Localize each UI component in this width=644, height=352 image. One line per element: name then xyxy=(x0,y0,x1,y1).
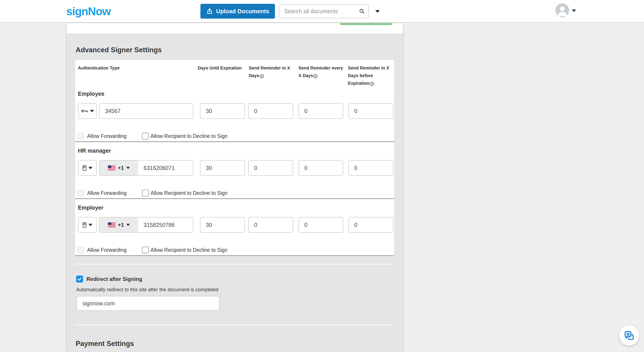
allow-forwarding-checkbox[interactable] xyxy=(78,133,84,139)
allow-decline-checkbox[interactable] xyxy=(142,247,149,253)
phone-number-input[interactable] xyxy=(138,160,193,175)
help-icon[interactable]: ? xyxy=(260,74,264,78)
send-reminder-in-x-days-input[interactable] xyxy=(248,217,293,233)
checkmark-icon xyxy=(77,276,82,282)
chevron-down-icon xyxy=(126,167,130,169)
chevron-down-icon xyxy=(126,224,130,226)
help-icon[interactable]: ? xyxy=(314,74,318,78)
account-menu-chevron-down-icon[interactable] xyxy=(572,10,576,12)
allow-forwarding-label: Allow Forwarding xyxy=(87,247,126,253)
signer-group-employee: Employee xyxy=(75,85,394,141)
allow-decline-label: Allow Recipient to Decline to Sign xyxy=(150,190,228,196)
advanced-signer-settings-title: Advanced Signer Settings xyxy=(76,46,162,54)
auth-type-dropdown[interactable] xyxy=(78,103,97,119)
chat-icon xyxy=(624,330,634,341)
auth-value-input[interactable] xyxy=(99,103,193,119)
send-reminder-in-x-days-input[interactable] xyxy=(248,160,293,176)
redirect-after-signing-checkbox[interactable] xyxy=(76,276,83,282)
country-code: +1 xyxy=(118,222,124,228)
auth-type-dropdown[interactable] xyxy=(78,217,97,233)
search-filter-chevron-down-icon[interactable] xyxy=(375,10,380,13)
chevron-down-icon xyxy=(90,110,94,112)
search-box xyxy=(279,4,369,18)
upload-button-label: Upload Documents xyxy=(216,8,269,15)
allow-decline-checkbox[interactable] xyxy=(142,190,149,196)
phone-country-prefix-dropdown[interactable]: +1 xyxy=(100,218,138,232)
us-flag-icon xyxy=(108,222,116,227)
redirect-after-signing-label: Redirect after Signing xyxy=(86,276,142,282)
send-reminder-every-x-days-input[interactable] xyxy=(298,103,343,119)
column-header-days-until-expiration: Days Until Expiration xyxy=(198,64,248,72)
column-header-send-reminder-before-expiration: Send Reminder in X Days before Expiratio… xyxy=(348,64,396,87)
avatar-person-icon xyxy=(555,14,569,17)
section-divider xyxy=(75,324,394,325)
country-code: +1 xyxy=(118,165,124,171)
section-divider xyxy=(75,264,394,265)
allow-decline-checkbox[interactable] xyxy=(142,133,149,139)
signer-name: HR manager xyxy=(78,147,111,154)
app-header: signNow Upload Documents xyxy=(0,0,644,23)
table-header-row: Authentication Type Days Until Expiratio… xyxy=(75,60,394,85)
send-reminder-before-expiration-input[interactable] xyxy=(348,103,393,119)
auth-type-dropdown[interactable] xyxy=(78,160,97,176)
search-input[interactable] xyxy=(279,5,359,18)
allow-forwarding-label: Allow Forwarding xyxy=(87,133,126,139)
days-until-expiration-input[interactable] xyxy=(200,160,245,176)
green-button-fragment[interactable] xyxy=(340,23,392,25)
allow-forwarding-label: Allow Forwarding xyxy=(87,190,126,196)
signer-name: Employee xyxy=(78,91,104,97)
us-flag-icon xyxy=(108,165,116,170)
phone-input-group: +1 xyxy=(99,217,193,233)
page: signNow Upload Documents xyxy=(0,0,644,352)
signer-name: Employer xyxy=(78,205,104,211)
column-header-send-reminder-in-x-days: Send Reminder in X Days? xyxy=(249,64,296,79)
column-header-authentication-type: Authentication Type xyxy=(78,64,174,72)
column-header-send-reminder-every-x-days: Send Reminder every X Days? xyxy=(298,64,347,79)
phone-input-group: +1 xyxy=(99,160,193,176)
allow-forwarding-checkbox[interactable] xyxy=(78,190,84,196)
allow-decline-label: Allow Recipient to Decline to Sign xyxy=(150,247,228,253)
phone-country-prefix-dropdown[interactable]: +1 xyxy=(100,160,138,175)
upload-documents-button[interactable]: Upload Documents xyxy=(200,4,275,19)
column-header-text: Send Reminder in X Days xyxy=(249,65,290,78)
phone-number-input[interactable] xyxy=(138,218,193,232)
send-reminder-every-x-days-input[interactable] xyxy=(298,160,343,176)
column-header-text: Send Reminder every X Days xyxy=(298,65,343,78)
redirect-url-input[interactable] xyxy=(76,296,220,311)
column-header-text: Send Reminder in X Days before Expiratio… xyxy=(348,65,389,86)
send-reminder-every-x-days-input[interactable] xyxy=(298,217,343,233)
payment-settings-title: Payment Settings xyxy=(76,340,134,348)
days-until-expiration-input[interactable] xyxy=(200,217,245,233)
send-reminder-before-expiration-input[interactable] xyxy=(348,160,393,176)
send-reminder-in-x-days-input[interactable] xyxy=(248,103,293,119)
user-avatar[interactable] xyxy=(555,3,569,17)
content-panel: Advanced Signer Settings Authentication … xyxy=(67,23,403,352)
phone-icon xyxy=(83,165,86,171)
key-icon xyxy=(81,109,88,113)
phone-icon xyxy=(83,222,86,228)
chevron-down-icon xyxy=(88,167,92,169)
signer-settings-table: Authentication Type Days Until Expiratio… xyxy=(75,60,394,256)
signnow-logo[interactable]: signNow xyxy=(66,5,110,18)
days-until-expiration-input[interactable] xyxy=(200,103,245,119)
signer-group-employer: Employer xyxy=(75,198,394,255)
redirect-description: Automatically redirect to this site afte… xyxy=(76,287,218,293)
chevron-down-icon xyxy=(88,224,92,226)
allow-forwarding-checkbox[interactable] xyxy=(78,247,84,253)
previous-section-strip xyxy=(67,23,403,33)
allow-decline-label: Allow Recipient to Decline to Sign xyxy=(150,133,228,139)
chat-button[interactable] xyxy=(619,325,639,345)
signer-group-hr-manager: HR manager xyxy=(75,141,394,198)
send-reminder-before-expiration-input[interactable] xyxy=(348,217,393,233)
upload-icon xyxy=(206,8,213,15)
search-icon[interactable] xyxy=(359,8,365,14)
